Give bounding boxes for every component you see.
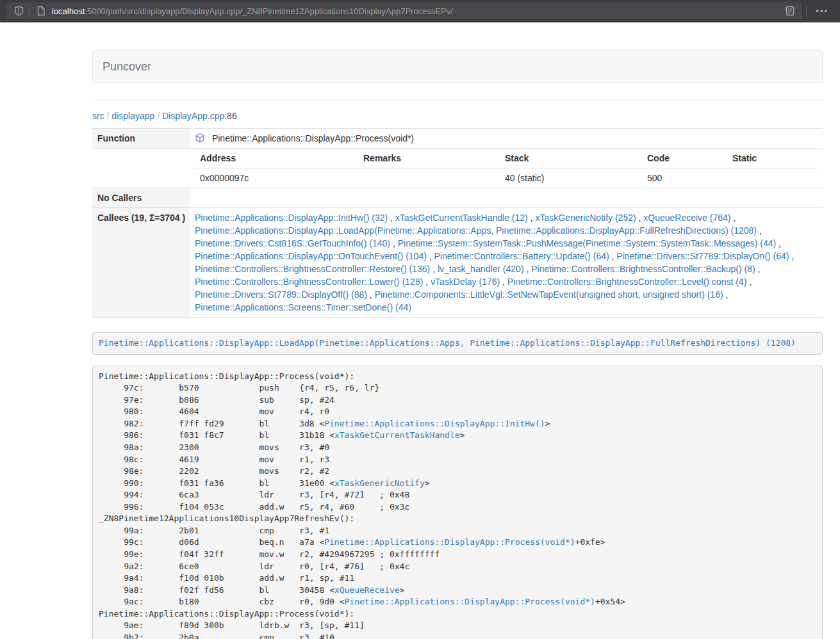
- callee-separator: ,: [367, 289, 375, 300]
- callee-link[interactable]: Pinetime::Controllers::BrightnessControl…: [195, 277, 423, 287]
- callee-separator: ,: [524, 264, 532, 274]
- detail-column-header: Remarks: [358, 149, 500, 168]
- callee-separator: ,: [427, 251, 434, 261]
- url-bar[interactable]: localhost:5000/path/src/displayapp/Displ…: [6, 3, 802, 19]
- detail-value: 500: [642, 168, 727, 188]
- callees-label: Callees (19, Σ=3704 ): [92, 208, 190, 318]
- no-callers-row: No Callers: [92, 188, 823, 208]
- callee-link[interactable]: Pinetime::Applications::DisplayApp::OnTo…: [195, 251, 427, 261]
- callee-separator: ,: [730, 213, 736, 223]
- callee-link[interactable]: Pinetime::Applications::DisplayApp::Init…: [195, 213, 388, 223]
- code-symbol-link[interactable]: Pinetime::Applications::DisplayApp::Init…: [324, 419, 545, 428]
- detail-value: [727, 168, 818, 188]
- details-value-row: 0x0000097c40 (static)500: [195, 168, 818, 188]
- function-name-cell: Pinetime::Applications::DisplayApp::Proc…: [190, 129, 823, 149]
- code-symbol-link[interactable]: Pinetime::Applications::DisplayApp::Proc…: [345, 597, 595, 606]
- url-host: localhost: [52, 6, 85, 16]
- no-callers-cell: [190, 188, 823, 208]
- callee-separator: ,: [755, 264, 761, 274]
- detail-column-header: Static: [727, 149, 818, 168]
- callee-separator: ,: [390, 238, 398, 248]
- url-text[interactable]: localhost:5000/path/src/displayapp/Displ…: [52, 6, 783, 16]
- callee-link[interactable]: Pinetime::Controllers::Battery::Update()…: [434, 251, 609, 261]
- highlighted-callee-box: Pinetime::Applications::DisplayApp::Load…: [92, 332, 823, 355]
- shield-icon[interactable]: [12, 4, 26, 18]
- detail-column-header: Stack: [500, 149, 642, 168]
- function-row: Function Pinetime::Applications::Display…: [92, 129, 823, 149]
- code-symbol-link[interactable]: xTaskGetCurrentTaskHandle: [334, 430, 460, 440]
- details-header-row: AddressRemarksStackCodeStatic: [195, 149, 818, 168]
- callee-separator: ,: [423, 277, 431, 287]
- breadcrumb: src / displayapp / DisplayApp.cpp:86: [92, 111, 823, 121]
- callee-separator: ,: [636, 213, 644, 223]
- callee-link[interactable]: vTaskDelay (176): [431, 277, 500, 287]
- divider: [92, 101, 823, 101]
- navbar: Puncover: [92, 50, 823, 83]
- no-callers-label: No Callers: [92, 188, 190, 208]
- code-symbol-link[interactable]: xTaskGenericNotify: [334, 478, 425, 488]
- highlighted-callee-link[interactable]: Pinetime::Applications::DisplayApp::Load…: [99, 338, 796, 348]
- callee-link[interactable]: lv_task_handler (420): [438, 264, 524, 274]
- callees-row: Callees (19, Σ=3704 ) Pinetime::Applicat…: [92, 208, 823, 318]
- toolbar-divider: [806, 5, 807, 17]
- detail-value: 40 (static): [500, 168, 642, 188]
- overflow-menu-button[interactable]: •••: [811, 6, 834, 17]
- navbar-brand[interactable]: Puncover: [103, 60, 151, 74]
- details-cell: AddressRemarksStackCodeStatic 0x0000097c…: [190, 149, 823, 188]
- function-table: Function Pinetime::Applications::Display…: [92, 128, 823, 318]
- page-icon[interactable]: [34, 4, 48, 18]
- breadcrumb-line-number: :86: [224, 111, 236, 121]
- urlbar-divider: [29, 5, 30, 17]
- callee-link[interactable]: Pinetime::Controllers::BrightnessControl…: [507, 277, 746, 287]
- breadcrumb-link[interactable]: displayapp: [111, 111, 154, 121]
- code-symbol-link[interactable]: Pinetime::Applications::DisplayApp::Proc…: [324, 537, 575, 547]
- callee-link[interactable]: Pinetime::Drivers::St7789::DisplayOff() …: [195, 289, 367, 300]
- callee-link[interactable]: Pinetime::Controllers::BrightnessControl…: [531, 264, 755, 274]
- callee-separator: ,: [430, 264, 438, 274]
- breadcrumb-link[interactable]: src: [92, 111, 104, 121]
- callee-link[interactable]: Pinetime::Applications::Screens::Timer::…: [195, 302, 411, 312]
- callee-link[interactable]: xTaskGenericNotify (252): [535, 213, 636, 223]
- page-content: Puncover src / displayapp / DisplayApp.c…: [92, 50, 823, 639]
- disassembly-listing: Pinetime::Applications::DisplayApp::Proc…: [92, 366, 823, 639]
- callee-separator: ,: [789, 251, 795, 261]
- callee-link[interactable]: Pinetime::Controllers::BrightnessControl…: [195, 264, 430, 274]
- callee-link[interactable]: Pinetime::Components::LittleVgl::SetNewT…: [375, 289, 723, 300]
- callee-separator: ,: [609, 251, 617, 261]
- function-details-table: AddressRemarksStackCodeStatic 0x0000097c…: [195, 149, 818, 188]
- function-name: Pinetime::Applications::DisplayApp::Proc…: [212, 133, 414, 143]
- breadcrumb-link[interactable]: DisplayApp.cpp: [162, 111, 224, 121]
- callee-link[interactable]: Pinetime::Applications::DisplayApp::Load…: [195, 225, 757, 236]
- callee-separator: ,: [757, 225, 762, 236]
- detail-column-header: Address: [195, 149, 358, 168]
- url-path: :5000/path/src/displayapp/DisplayApp.cpp…: [85, 6, 453, 16]
- empty-label-cell: [92, 149, 190, 188]
- callee-link[interactable]: Pinetime::Drivers::Cst816S::GetTouchInfo…: [195, 238, 390, 248]
- callee-link[interactable]: xQueueReceive (764): [643, 213, 730, 223]
- function-label: Function: [92, 129, 190, 149]
- function-details-row: AddressRemarksStackCodeStatic 0x0000097c…: [92, 149, 823, 188]
- callee-separator: ,: [388, 213, 395, 223]
- code-symbol-link[interactable]: xQueueReceive: [334, 585, 400, 595]
- callees-list: Pinetime::Applications::DisplayApp::Init…: [190, 208, 823, 318]
- callee-separator: ,: [723, 289, 729, 300]
- callee-separator: ,: [776, 238, 781, 248]
- browser-toolbar: localhost:5000/path/src/displayapp/Displ…: [0, 0, 840, 22]
- callee-link[interactable]: Pinetime::Drivers::St7789::DisplayOn() (…: [616, 251, 789, 261]
- detail-column-header: Code: [642, 149, 727, 168]
- callee-separator: ,: [500, 277, 507, 287]
- symbol-cube-icon: [195, 133, 205, 143]
- reader-mode-icon[interactable]: [783, 4, 797, 18]
- breadcrumb-separator: /: [104, 111, 112, 121]
- detail-value: 0x0000097c: [195, 168, 358, 188]
- callee-separator: ,: [528, 213, 536, 223]
- breadcrumb-separator: /: [154, 111, 162, 121]
- callee-link[interactable]: Pinetime::System::SystemTask::PushMessag…: [398, 238, 777, 248]
- callee-link[interactable]: xTaskGetCurrentTaskHandle (12): [395, 213, 528, 223]
- detail-value: [358, 168, 500, 188]
- callee-separator: ,: [746, 277, 752, 287]
